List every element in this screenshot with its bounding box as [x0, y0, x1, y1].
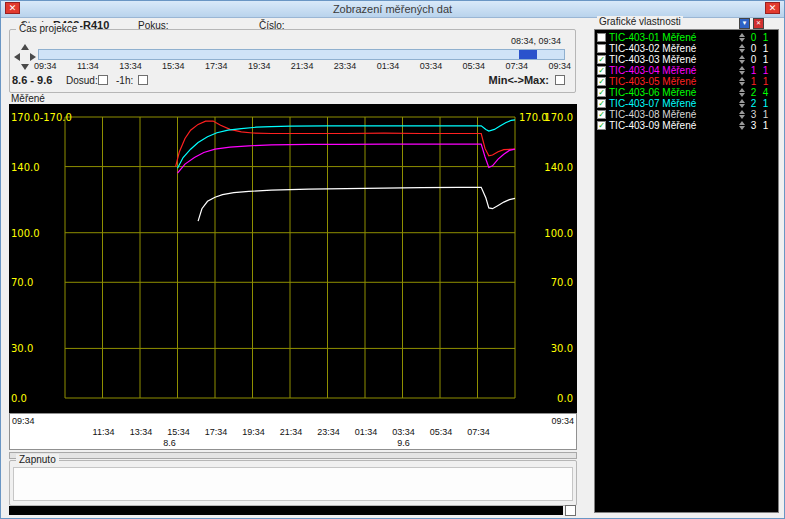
- row-label[interactable]: TIC-403-04 Měřené: [609, 65, 696, 76]
- zapnuto-group: Zapnuto: [9, 460, 577, 506]
- graphic-properties-label: Grafické vlastnosti: [597, 16, 683, 27]
- slider-tick-label: 05:34: [463, 61, 486, 71]
- time-slider-selection[interactable]: [519, 50, 537, 59]
- nav-pad[interactable]: [14, 44, 36, 70]
- row-checkbox[interactable]: ✓: [597, 77, 606, 86]
- minmax-checkbox[interactable]: [555, 75, 565, 85]
- slider-tick-label: 17:34: [205, 61, 228, 71]
- row-label[interactable]: TIC-403-01 Měřené: [609, 32, 696, 43]
- dosud-checkbox[interactable]: [98, 75, 108, 85]
- svg-text:140.0: 140.0: [11, 162, 40, 173]
- svg-text:170.0: 170.0: [544, 112, 573, 123]
- row-checkbox[interactable]: ✓: [597, 88, 606, 97]
- row-checkbox[interactable]: ✓: [597, 110, 606, 119]
- property-row: ✓TIC-403-03 Měřené01: [595, 54, 778, 65]
- bottom-axis-time: 05:34: [430, 427, 453, 437]
- row-num1: 1: [749, 76, 758, 87]
- slider-tick-label: 09:34: [34, 61, 57, 71]
- svg-text:70.0: 70.0: [551, 277, 573, 288]
- row-label[interactable]: TIC-403-02 Měřené: [609, 43, 696, 54]
- slider-tick-label: 21:34: [291, 61, 314, 71]
- property-row: ✓TIC-403-06 Měřené24: [595, 87, 778, 98]
- row-num2: 1: [761, 76, 770, 87]
- bottom-axis-date: 9.6: [397, 438, 410, 448]
- time-projection-group: Čas projekce 08:34, 09:34 09:3411:3413:3…: [9, 29, 576, 93]
- property-row: ✓TIC-403-05 Měřené11: [595, 76, 778, 87]
- row-label[interactable]: TIC-403-05 Měřené: [609, 76, 696, 87]
- property-row: ✓TIC-403-07 Měřené21: [595, 98, 778, 109]
- row-checkbox[interactable]: ✓: [597, 55, 606, 64]
- row-spinner[interactable]: [739, 55, 745, 64]
- property-row: ✓TIC-403-04 Měřené11: [595, 65, 778, 76]
- row-num1: 3: [749, 120, 758, 131]
- row-spinner[interactable]: [739, 110, 745, 119]
- row-spinner[interactable]: [739, 121, 745, 130]
- row-num2: 4: [761, 87, 770, 98]
- row-num2: 1: [761, 120, 770, 131]
- row-num2: 1: [761, 109, 770, 120]
- row-num2: 1: [761, 54, 770, 65]
- row-num1: 2: [749, 87, 758, 98]
- slider-tick-label: 11:34: [77, 61, 99, 71]
- row-checkbox[interactable]: [597, 44, 606, 53]
- app-window: ✕ Zobrazení měřených dat ✕ Stanice: R403…: [0, 0, 785, 519]
- row-num1: 3: [749, 109, 758, 120]
- row-checkbox[interactable]: ✓: [597, 121, 606, 130]
- time-slider-track[interactable]: [38, 49, 565, 60]
- row-spinner[interactable]: [739, 77, 745, 86]
- row-spinner[interactable]: [739, 33, 745, 42]
- row-label[interactable]: TIC-403-06 Měřené: [609, 87, 696, 98]
- nav-left-arrow[interactable]: [14, 53, 20, 61]
- trend-chart-svg: 170.0-170.0170.0170.0140.0140.0100.0100.…: [9, 104, 577, 413]
- svg-text:0.0: 0.0: [557, 393, 573, 404]
- svg-text:170.0-170.0: 170.0-170.0: [11, 112, 72, 123]
- zapnuto-group-label: Zapnuto: [16, 454, 59, 465]
- svg-text:170.0: 170.0: [519, 112, 548, 123]
- row-num1: 2: [749, 98, 758, 109]
- row-spinner[interactable]: [739, 99, 745, 108]
- row-label[interactable]: TIC-403-09 Měřené: [609, 120, 696, 131]
- row-checkbox[interactable]: ✓: [597, 66, 606, 75]
- panel-close-button[interactable]: ✕: [753, 18, 764, 29]
- signal-list: TIC-403-01 Měřené01TIC-403-02 Měřené01✓T…: [594, 29, 779, 513]
- property-row: TIC-403-02 Měřené01: [595, 43, 778, 54]
- slider-tick-label: 01:34: [377, 61, 400, 71]
- nav-down-arrow[interactable]: [21, 64, 29, 70]
- bottom-axis-time: 19:34: [242, 427, 265, 437]
- row-label[interactable]: TIC-403-07 Měřené: [609, 98, 696, 109]
- row-label[interactable]: TIC-403-08 Měřené: [609, 109, 696, 120]
- row-num2: 1: [761, 65, 770, 76]
- bottom-axis-date: 8.6: [163, 438, 176, 448]
- minus1h-checkbox[interactable]: [138, 75, 148, 85]
- bottom-axis: 09:34 09:34 11:3413:3415:3417:3419:3421:…: [9, 413, 577, 450]
- svg-text:100.0: 100.0: [544, 228, 573, 239]
- close-button[interactable]: ✕: [765, 2, 780, 14]
- bottom-status-bar: [9, 506, 563, 515]
- row-checkbox[interactable]: ✓: [597, 99, 606, 108]
- row-checkbox[interactable]: [597, 33, 606, 42]
- slider-tick-label: 03:34: [420, 61, 443, 71]
- time-scrollbar[interactable]: [9, 452, 577, 459]
- row-num2: 1: [761, 43, 770, 54]
- time-slider-ticks: 09:3411:3413:3415:3417:3419:3421:3423:34…: [34, 61, 571, 71]
- bottom-axis-time: 13:34: [130, 427, 153, 437]
- property-row: TIC-403-01 Měřené01: [595, 32, 778, 43]
- nav-up-arrow[interactable]: [21, 44, 29, 50]
- row-spinner[interactable]: [739, 44, 745, 53]
- row-label[interactable]: TIC-403-03 Měřené: [609, 54, 696, 65]
- row-num1: 0: [749, 54, 758, 65]
- trend-chart: 170.0-170.0170.0170.0140.0140.0100.0100.…: [9, 104, 577, 413]
- bottom-axis-time: 23:34: [317, 427, 340, 437]
- bottom-axis-end: 09:34: [551, 416, 574, 426]
- bottom-bar-handle[interactable]: [565, 505, 576, 516]
- row-num1: 0: [749, 43, 758, 54]
- property-row: ✓TIC-403-09 Měřené31: [595, 120, 778, 131]
- minus1h-label: -1h:: [116, 75, 133, 86]
- row-spinner[interactable]: [739, 66, 745, 75]
- bottom-axis-time: 17:34: [205, 427, 228, 437]
- svg-text:30.0: 30.0: [551, 343, 573, 354]
- window-title: Zobrazení měřených dat: [1, 3, 784, 15]
- panel-collapse-button[interactable]: ▼: [739, 18, 750, 29]
- row-spinner[interactable]: [739, 88, 745, 97]
- nav-right-arrow[interactable]: [30, 53, 36, 61]
